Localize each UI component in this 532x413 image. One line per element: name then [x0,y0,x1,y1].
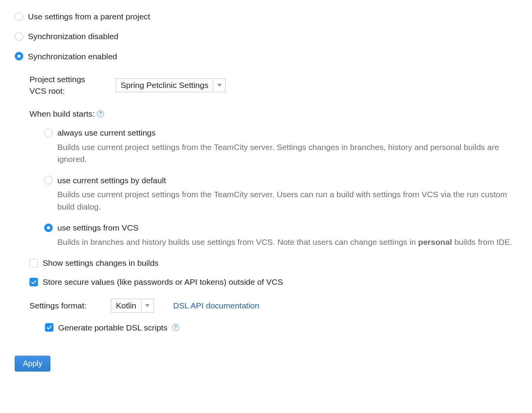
sync-option-parent[interactable]: Use settings from a parent project [15,11,517,22]
when-option-default: use current settings by default Builds u… [44,175,517,213]
help-icon[interactable]: ? [97,110,104,117]
svg-marker-1 [145,304,150,307]
checkbox-icon[interactable] [45,323,54,332]
vcs-root-label-line2: VCS root: [29,85,116,96]
radio-icon[interactable] [44,176,53,184]
sync-option-disabled-label: Synchronization disabled [28,31,118,42]
settings-format-value: Kotlin [111,300,141,311]
dsl-doc-link[interactable]: DSL API documentation [173,300,259,311]
store-secure-label: Store secure values (like passwords or A… [43,276,283,287]
when-option-vcs-desc-prefix: Builds in branches and history builds us… [57,237,418,246]
apply-button[interactable]: Apply [15,356,50,372]
vcs-root-select-value: Spring Petclinic Settings [116,79,213,91]
radio-icon[interactable] [44,224,53,232]
when-option-always-desc: Builds use current project settings from… [57,141,517,165]
when-option-default-title: use current settings by default [57,175,166,186]
svg-marker-0 [217,84,222,87]
vcs-root-field: Project settings VCS root: Spring Petcli… [29,74,517,96]
when-build-starts-label: When build starts: [29,108,95,119]
when-option-vcs-title: use settings from VCS [57,222,138,233]
settings-format-row: Settings format: Kotlin DSL API document… [29,299,517,313]
chevron-down-icon [213,79,225,92]
sync-option-enabled-label: Synchronization enabled [28,51,117,62]
when-option-default-header[interactable]: use current settings by default [44,175,517,186]
portable-dsl-checkbox-row[interactable]: Generate portable DSL scripts ? [45,322,517,333]
when-option-vcs-header[interactable]: use settings from VCS [44,222,517,233]
sync-option-disabled[interactable]: Synchronization disabled [15,31,517,42]
portable-dsl-label: Generate portable DSL scripts [58,322,168,333]
when-option-vcs-desc: Builds in branches and history builds us… [57,236,517,248]
when-option-vcs: use settings from VCS Builds in branches… [44,222,517,248]
help-icon[interactable]: ? [172,324,179,331]
settings-format-label: Settings format: [29,300,103,311]
checkbox-icon[interactable] [29,278,38,286]
when-build-starts-label-row: When build starts: ? [29,108,517,119]
store-secure-checkbox-row[interactable]: Store secure values (like passwords or A… [29,276,517,287]
vcs-root-label: Project settings VCS root: [29,74,116,96]
radio-icon[interactable] [15,12,23,21]
sync-option-enabled[interactable]: Synchronization enabled [15,51,517,62]
when-option-vcs-desc-suffix: builds from IDE. [452,237,512,246]
vcs-root-select[interactable]: Spring Petclinic Settings [116,78,226,92]
when-option-default-desc: Builds use current project settings from… [57,188,517,213]
radio-icon[interactable] [15,32,23,41]
checkbox-icon[interactable] [29,259,38,267]
sync-option-parent-label: Use settings from a parent project [28,11,150,22]
when-option-vcs-desc-bold: personal [418,237,452,246]
vcs-root-label-line1: Project settings [29,74,116,85]
when-option-always-title: always use current settings [57,127,155,138]
chevron-down-icon [141,299,154,312]
radio-icon[interactable] [44,129,53,137]
show-changes-label: Show settings changes in builds [43,257,159,268]
radio-icon[interactable] [15,52,23,60]
settings-format-select[interactable]: Kotlin [111,299,154,313]
when-option-always-header[interactable]: always use current settings [44,127,517,138]
when-option-always: always use current settings Builds use c… [44,127,517,165]
show-changes-checkbox-row[interactable]: Show settings changes in builds [29,257,517,268]
